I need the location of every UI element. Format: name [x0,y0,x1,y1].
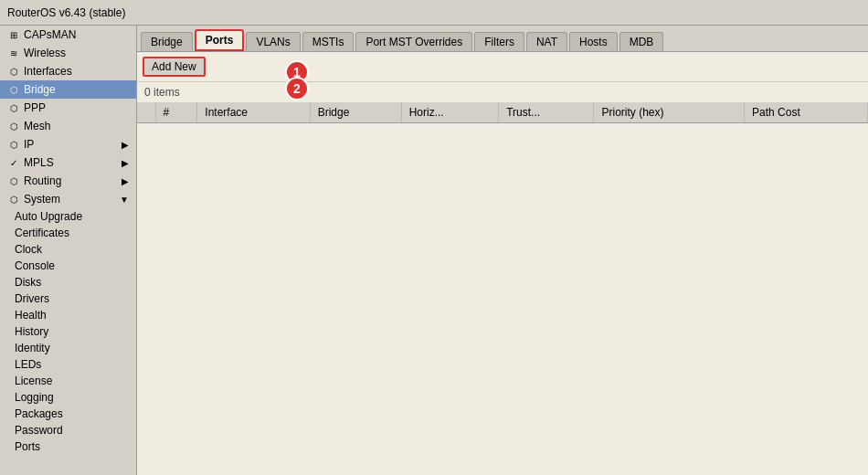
items-count: 0 items [137,82,868,102]
sidebar-label-mesh: Mesh [24,120,50,132]
sidebar-label-routing: Routing [24,174,61,187]
sidebar-item-mesh[interactable]: ⬡ Mesh [0,117,136,135]
routing-arrow-icon: ▶ [122,176,129,186]
sidebar-system-item-logging[interactable]: Logging [0,389,136,406]
sidebar-item-wireless[interactable]: ≋ Wireless [0,44,136,62]
annotation-2: 2 [285,77,309,100]
sidebar-system-item-certificates[interactable]: Certificates [0,225,136,241]
sidebar-label-bridge: Bridge [24,83,56,96]
tab-filters[interactable]: Filters [474,32,524,51]
col-priority: Priority (hex) [594,102,745,123]
col-trust: Trust... [499,102,594,123]
col-check [137,102,155,123]
sidebar-system-item-packages[interactable]: Packages [0,406,136,422]
sidebar-label-wireless: Wireless [24,47,66,59]
wireless-icon: ≋ [7,48,20,58]
data-table-wrapper: # Interface Bridge Horiz... Trust... Pri… [137,102,868,475]
main-content: Bridge Ports VLANs MSTIs Port MST Overri… [137,26,868,475]
col-bridge: Bridge [310,102,401,123]
sidebar-item-ppp[interactable]: ⬡ PPP [0,99,136,117]
tab-vlans[interactable]: VLANs [246,32,300,51]
table-header-row: # Interface Bridge Horiz... Trust... Pri… [137,102,868,123]
mpls-icon: ✓ [7,158,20,168]
mpls-arrow-icon: ▶ [122,158,129,168]
sidebar-system-item-clock[interactable]: Clock [0,241,136,258]
capsman-icon: ⊞ [7,30,20,40]
ip-icon: ⬡ [7,140,20,150]
sidebar-item-system[interactable]: ⬡ System ▼ [0,190,136,208]
sidebar-system-item-autoupgrade[interactable]: Auto Upgrade [0,208,136,225]
sidebar-item-routing[interactable]: ⬡ Routing ▶ [0,172,136,190]
sidebar-label-system: System [24,193,60,206]
sidebar-system-item-health[interactable]: Health [0,307,136,323]
routing-icon: ⬡ [7,176,20,186]
sidebar-system-item-password[interactable]: Password [0,422,136,438]
sidebar: ⊞ CAPsMAN ≋ Wireless ⬡ Interfaces ⬡ Brid… [0,26,137,475]
app-title: RouterOS v6.43 (stable) [7,6,125,19]
tab-port-mst-overrides[interactable]: Port MST Overrides [355,32,472,51]
ppp-icon: ⬡ [7,103,20,113]
tab-bridge[interactable]: Bridge [141,32,193,51]
sidebar-item-mpls[interactable]: ✓ MPLS ▶ [0,153,136,172]
sidebar-system-item-leds[interactable]: LEDs [0,356,136,373]
sidebar-system-item-history[interactable]: History [0,323,136,340]
sidebar-system-item-ports[interactable]: Ports [0,438,136,455]
add-new-button[interactable]: Add New [143,57,206,77]
interfaces-icon: ⬡ [7,67,20,77]
tab-nat[interactable]: NAT [526,32,567,51]
data-table: # Interface Bridge Horiz... Trust... Pri… [137,102,868,123]
col-horiz: Horiz... [401,102,498,123]
sidebar-label-ppp: PPP [24,101,46,114]
sidebar-label-mpls: MPLS [24,156,54,169]
toolbar: Add New [137,52,868,82]
system-arrow-icon: ▼ [120,195,129,205]
col-interface: Interface [197,102,310,123]
sidebar-system-item-license[interactable]: License [0,373,136,389]
tab-hosts[interactable]: Hosts [569,32,618,51]
sidebar-item-interfaces[interactable]: ⬡ Interfaces [0,62,136,80]
ip-arrow-icon: ▶ [122,140,129,150]
sidebar-system-item-console[interactable]: Console [0,258,136,274]
sidebar-label-capsman: CAPsMAN [24,28,76,41]
system-icon: ⬡ [7,195,20,205]
sidebar-item-bridge[interactable]: ⬡ Bridge [0,80,136,99]
sidebar-system-item-identity[interactable]: Identity [0,340,136,356]
col-path-cost: Path Cost [745,102,868,123]
mesh-icon: ⬡ [7,121,20,132]
tab-ports[interactable]: Ports [195,29,245,51]
tabs-bar: Bridge Ports VLANs MSTIs Port MST Overri… [137,26,868,52]
bridge-icon: ⬡ [7,85,20,95]
title-bar: RouterOS v6.43 (stable) [0,0,868,26]
col-num: # [155,102,197,123]
sidebar-label-ip: IP [24,138,34,151]
sidebar-item-capsman[interactable]: ⊞ CAPsMAN [0,26,136,44]
sidebar-item-ip[interactable]: ⬡ IP ▶ [0,135,136,153]
sidebar-label-interfaces: Interfaces [24,65,72,78]
sidebar-system-item-drivers[interactable]: Drivers [0,290,136,307]
tab-mdb[interactable]: MDB [619,32,664,51]
tab-mstis[interactable]: MSTIs [302,32,355,51]
sidebar-system-item-disks[interactable]: Disks [0,274,136,290]
